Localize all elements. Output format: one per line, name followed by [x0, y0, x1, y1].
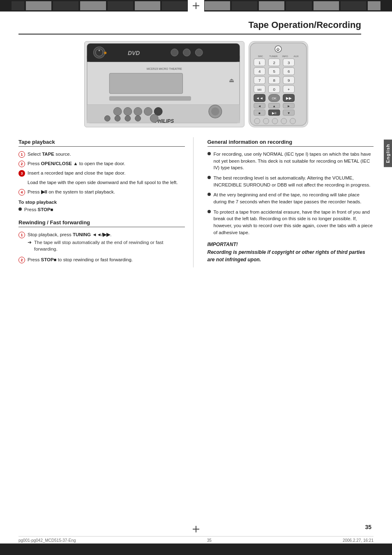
- step-text-r2: Press STOP■ to stop rewinding or fast fo…: [28, 256, 133, 263]
- step-text-3: Insert a recorded tape and close the tap…: [28, 170, 125, 176]
- svg-text:▶II: ▶II: [272, 111, 276, 115]
- step-number-4: 4: [18, 189, 25, 196]
- svg-point-80: [263, 118, 269, 124]
- page: English Tape Operation/Recording DVD: [0, 0, 392, 555]
- step-number-3: 3: [18, 170, 25, 177]
- bottom-crosshair: [193, 526, 199, 532]
- svg-text:▼: ▼: [287, 111, 290, 115]
- step-number-r1: 1: [18, 232, 25, 238]
- left-column: Tape playback 1 Select TAPE source. 2 Pr…: [18, 137, 194, 267]
- bullet-dot: [208, 193, 211, 196]
- rewinding-steps: 1 Stop playback, press TUNING ◄◄/▶▶. ➜ T…: [18, 231, 185, 263]
- step-item: 2 Press STOP■ to stop rewinding or fast …: [18, 256, 185, 263]
- stop-playback-section: To stop playback Press STOP■: [18, 200, 185, 213]
- svg-text:4: 4: [258, 69, 261, 74]
- bullet-dot: [208, 176, 211, 179]
- step-text-r1: Stop playback, press TUNING ◄◄/▶▶. ➜ The…: [28, 231, 185, 254]
- svg-rect-2: [87, 56, 239, 62]
- svg-text:MII: MII: [257, 88, 261, 91]
- svg-text:▲: ▲: [272, 104, 276, 108]
- svg-point-16: [113, 107, 122, 115]
- svg-point-28: [150, 114, 158, 122]
- bullet-text-4: To protect a tape from accidental erasur…: [214, 209, 374, 236]
- svg-text:MCD515 MICRO THEATRE: MCD515 MICRO THEATRE: [147, 67, 182, 70]
- svg-point-17: [123, 107, 131, 115]
- svg-text:7: 7: [258, 78, 260, 83]
- svg-text:5: 5: [273, 69, 275, 74]
- bullet-item-3: At the very beginning and end of the tap…: [208, 191, 374, 205]
- svg-text:■: ■: [258, 111, 261, 115]
- svg-text:SRC: SRC: [258, 55, 263, 58]
- important-note: IMPORTANT! Recording is permissible if c…: [208, 242, 374, 263]
- footer-left: pg001-pg042_MCD515-37-Eng: [18, 538, 76, 543]
- step-item: 1 Stop playback, press TUNING ◄◄/▶▶. ➜ T…: [18, 231, 185, 254]
- svg-point-10: [104, 52, 106, 54]
- svg-text:1: 1: [258, 60, 260, 65]
- arrow-note: ➜ The tape will stop automatically at th…: [28, 239, 185, 252]
- step-text-2: Press OPEN/CLOSE ▲ to open the tape door…: [28, 160, 125, 167]
- step-item: 4 Press ▶II on the system to start playb…: [18, 189, 185, 196]
- svg-text:3: 3: [287, 60, 290, 65]
- svg-point-25: [115, 115, 120, 121]
- bullet-dot: [208, 152, 211, 155]
- svg-text:◄: ◄: [258, 104, 261, 108]
- footer-center: 35: [207, 538, 212, 543]
- svg-text:8: 8: [273, 78, 275, 83]
- svg-text:AUX: AUX: [293, 55, 298, 58]
- content-area: Tape Operation/Recording DVD: [0, 12, 392, 276]
- stop-playback-text: Press STOP■: [24, 206, 53, 213]
- bullet-text-3: At the very beginning and end of the tap…: [214, 191, 374, 205]
- device-illustration: DVD MCD515 MICRO THEATRE: [84, 41, 244, 127]
- step-item: 2 Press OPEN/CLOSE ▲ to open the tape do…: [18, 160, 185, 167]
- footer-right: 2006.2.27, 16:21: [343, 538, 374, 543]
- general-info-header: General information on recording: [208, 139, 374, 147]
- device-illustration-area: DVD MCD515 MICRO THEATRE: [18, 41, 374, 127]
- general-info-bullets: For recording, use only NORMAL (IEC type…: [208, 151, 374, 236]
- svg-text:►: ►: [287, 104, 290, 108]
- svg-point-82: [281, 118, 286, 124]
- important-label: IMPORTANT!: [208, 242, 374, 247]
- bullet-dot: [208, 210, 211, 213]
- stop-playback-step: Press STOP■: [18, 206, 185, 213]
- english-language-tab: English: [384, 140, 392, 167]
- footer: pg001-pg042_MCD515-37-Eng 35 2006.2.27, …: [18, 536, 374, 543]
- svg-point-8: [183, 49, 190, 56]
- step-bullet-4: ●: [18, 180, 25, 186]
- step-number-1: 1: [18, 151, 25, 158]
- important-text: Recording is permissible if copyright or…: [208, 249, 374, 263]
- svg-point-79: [254, 118, 260, 124]
- svg-point-26: [125, 115, 130, 121]
- svg-text:▶▶: ▶▶: [286, 96, 291, 100]
- svg-text:◄◄: ◄◄: [256, 96, 263, 100]
- step-item: 1 Select TAPE source.: [18, 151, 185, 158]
- bottom-decorative-bar: [0, 543, 392, 555]
- arrow-icon: ➜: [28, 239, 32, 246]
- step-text-1: Select TAPE source.: [28, 151, 71, 157]
- step-text-5: Press ▶II on the system to start playbac…: [28, 189, 115, 195]
- rewinding-header: Rewinding / Fast forwarding: [18, 219, 185, 227]
- instructions-area: Tape playback 1 Select TAPE source. 2 Pr…: [18, 137, 374, 267]
- svg-text:⏻: ⏻: [277, 48, 280, 51]
- svg-point-19: [144, 107, 152, 115]
- svg-text:2: 2: [273, 60, 275, 65]
- svg-point-22: [211, 107, 219, 115]
- page-number: 35: [365, 524, 371, 530]
- bullet-dot: [18, 207, 22, 211]
- svg-point-24: [104, 115, 110, 121]
- step-number-r2: 2: [18, 257, 25, 263]
- svg-rect-12: [109, 73, 182, 94]
- svg-point-27: [135, 115, 141, 121]
- top-bar-crosshair: [188, 0, 204, 12]
- tape-playback-header: Tape playback: [18, 139, 185, 147]
- step-item: ● Load the tape with the open side downw…: [18, 179, 185, 186]
- top-decorative-bar: [0, 0, 392, 12]
- tape-playback-steps: 1 Select TAPE source. 2 Press OPEN/CLOSE…: [18, 151, 185, 196]
- step-text-4: Load the tape with the open side downwar…: [28, 179, 178, 186]
- svg-text:+: +: [287, 87, 290, 92]
- svg-text:⏏: ⏏: [228, 77, 234, 83]
- svg-point-5: [98, 50, 100, 51]
- svg-text:DVD: DVD: [128, 50, 140, 56]
- step-item: 3 Insert a recorded tape and close the t…: [18, 170, 185, 177]
- svg-rect-13: [109, 97, 191, 101]
- bullet-text-2: The best recording level is set automati…: [214, 175, 374, 188]
